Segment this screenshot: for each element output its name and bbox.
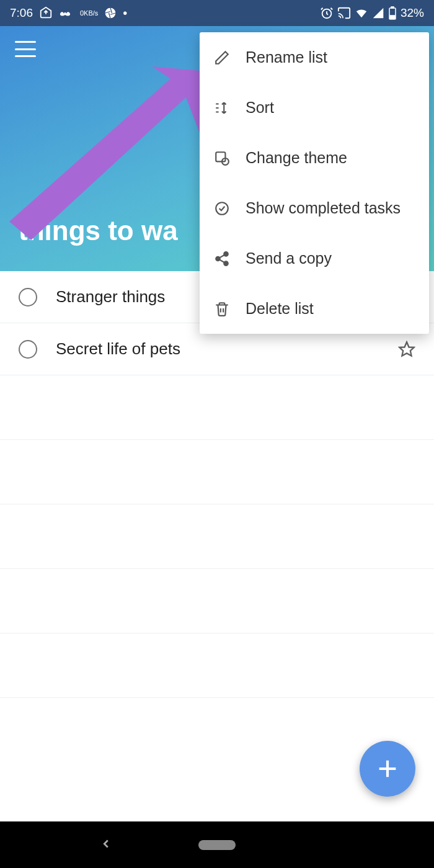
- upload-icon: [39, 6, 53, 20]
- star-icon[interactable]: [398, 341, 415, 358]
- task-title: Secret life of pets: [56, 339, 379, 359]
- svg-point-12: [224, 261, 228, 266]
- svg-marker-6: [399, 342, 414, 356]
- status-bar: 7:06 0KB/s • 32%: [0, 0, 434, 26]
- network-speed: 0KB/s: [80, 10, 98, 17]
- nav-back-button[interactable]: [99, 837, 113, 853]
- svg-point-9: [216, 202, 228, 215]
- svg-rect-7: [216, 152, 225, 161]
- pencil-icon: [213, 49, 231, 66]
- task-checkbox[interactable]: [19, 340, 37, 359]
- menu-delete-list[interactable]: Delete list: [200, 284, 429, 334]
- svg-point-11: [216, 256, 220, 261]
- svg-point-10: [224, 252, 228, 256]
- empty-row: [0, 440, 434, 504]
- mustache-icon: [59, 9, 74, 17]
- nav-home-pill[interactable]: [198, 840, 236, 850]
- android-nav-bar: [0, 821, 434, 868]
- menu-item-label: Sort: [246, 99, 274, 117]
- menu-item-label: Delete list: [246, 300, 314, 318]
- alarm-icon: [320, 6, 334, 20]
- menu-item-label: Show completed tasks: [246, 199, 401, 217]
- battery-icon: [388, 6, 397, 20]
- wifi-icon: [355, 6, 368, 20]
- svg-point-0: [105, 8, 116, 19]
- dot-icon: •: [123, 6, 127, 20]
- task-list: Stranger things Secret life of pets: [0, 271, 434, 698]
- menu-item-label: Change theme: [246, 149, 347, 167]
- plus-icon: [375, 756, 400, 781]
- aperture-icon: [104, 7, 117, 19]
- hamburger-menu-button[interactable]: [15, 41, 36, 57]
- task-checkbox[interactable]: [19, 288, 37, 306]
- menu-item-label: Rename list: [246, 48, 327, 66]
- theme-icon: [213, 150, 231, 167]
- svg-rect-3: [391, 7, 394, 8]
- menu-item-label: Send a copy: [246, 249, 332, 267]
- menu-send-copy[interactable]: Send a copy: [200, 233, 429, 284]
- menu-show-completed[interactable]: Show completed tasks: [200, 183, 429, 233]
- status-time: 7:06: [10, 6, 33, 20]
- empty-row: [0, 504, 434, 569]
- battery-text: 32%: [401, 6, 424, 20]
- trash-icon: [213, 300, 231, 318]
- empty-row: [0, 375, 434, 440]
- svg-rect-4: [390, 16, 395, 19]
- cast-icon: [337, 6, 351, 20]
- signal-icon: [372, 7, 384, 19]
- svg-marker-5: [9, 66, 220, 240]
- menu-change-theme[interactable]: Change theme: [200, 133, 429, 183]
- empty-row: [0, 569, 434, 633]
- sort-icon: [213, 99, 231, 117]
- list-title: things to wa: [19, 215, 178, 246]
- menu-rename-list[interactable]: Rename list: [200, 32, 429, 83]
- add-task-fab[interactable]: [360, 741, 415, 797]
- check-circle-icon: [213, 200, 231, 217]
- share-icon: [213, 250, 231, 267]
- overflow-menu: Rename list Sort Change theme Show compl…: [200, 32, 429, 334]
- menu-sort[interactable]: Sort: [200, 83, 429, 133]
- empty-row: [0, 633, 434, 698]
